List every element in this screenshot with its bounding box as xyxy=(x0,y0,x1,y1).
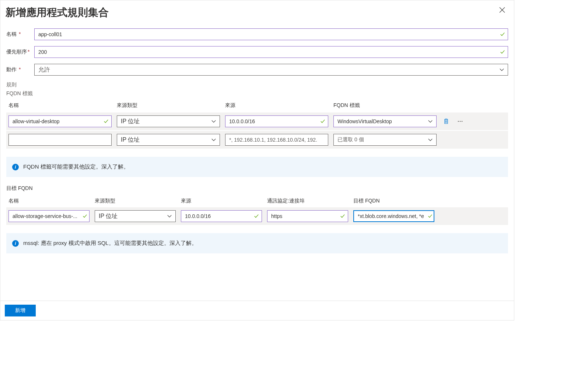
target-source-type-select[interactable]: IP 位址 xyxy=(95,210,176,222)
col-source: 來源 xyxy=(225,102,328,110)
col-source: 來源 xyxy=(181,198,262,205)
rule-name-input[interactable] xyxy=(8,134,112,146)
info-icon: i xyxy=(12,164,19,170)
action-label: 動作 * xyxy=(6,66,31,73)
target-protocol-input[interactable] xyxy=(267,210,348,222)
col-protocol-port: 通訊協定:連接埠 xyxy=(267,198,348,205)
fqdn-rule-row: IP 位址 已選取 0 個 xyxy=(6,131,508,149)
svg-point-1 xyxy=(460,121,461,122)
mssql-info-text: mssql: 應在 proxy 模式中啟用 SQL。這可能需要其他設定。深入了解… xyxy=(23,240,197,247)
mssql-info-box: i mssql: 應在 proxy 模式中啟用 SQL。這可能需要其他設定。深入… xyxy=(6,233,508,253)
name-label: 名稱 * xyxy=(6,31,31,38)
svg-point-2 xyxy=(462,121,463,122)
rule-name-input[interactable] xyxy=(8,115,112,127)
close-button[interactable] xyxy=(498,6,507,14)
rules-section-label: 規則 xyxy=(6,82,508,88)
fqdn-tags-section-label: FQDN 標籤 xyxy=(6,90,508,97)
col-target-fqdn: 目標 FQDN xyxy=(353,198,434,205)
rule-source-type-select[interactable]: IP 位址 xyxy=(117,134,220,146)
fqdn-info-box: i FQDN 標籤可能需要其他設定。深入了解。 xyxy=(6,157,508,177)
fqdn-rule-row: IP 位址 WindowsVirtualDesktop xyxy=(6,112,508,130)
target-fqdn-input[interactable] xyxy=(353,210,434,222)
close-icon xyxy=(499,7,505,13)
name-input[interactable] xyxy=(34,28,508,40)
page-title: 新增應用程式規則集合 xyxy=(6,6,109,20)
rule-source-type-select[interactable]: IP 位址 xyxy=(117,115,220,127)
more-icon xyxy=(457,118,463,124)
svg-point-0 xyxy=(458,121,459,122)
col-name: 名稱 xyxy=(8,198,90,205)
trash-icon xyxy=(443,118,449,124)
target-name-input[interactable] xyxy=(8,210,90,222)
priority-label: 優先順序* xyxy=(6,49,31,55)
target-source-input[interactable] xyxy=(181,210,262,222)
fqdn-info-text: FQDN 標籤可能需要其他設定。深入了解。 xyxy=(23,163,129,170)
delete-rule-button[interactable] xyxy=(442,115,451,127)
rule-source-input[interactable] xyxy=(225,134,328,146)
rule-source-input[interactable] xyxy=(225,115,328,127)
col-source-type: 來源類型 xyxy=(117,102,220,110)
rule-fqdn-tags-select[interactable]: WindowsVirtualDesktop xyxy=(333,115,437,127)
rule-fqdn-tags-select[interactable]: 已選取 0 個 xyxy=(333,134,437,146)
col-fqdn-tags: FQDN 標籤 xyxy=(333,102,437,110)
priority-input[interactable] xyxy=(34,46,508,58)
more-rule-button[interactable] xyxy=(456,115,465,127)
target-rule-row: IP 位址 xyxy=(6,207,508,225)
col-source-type: 來源類型 xyxy=(95,198,176,205)
action-select[interactable]: 允許 xyxy=(34,64,508,76)
target-fqdn-section-label: 目標 FQDN xyxy=(6,185,508,192)
add-button[interactable]: 新增 xyxy=(5,305,36,316)
info-icon: i xyxy=(12,240,19,247)
col-name: 名稱 xyxy=(8,102,112,110)
